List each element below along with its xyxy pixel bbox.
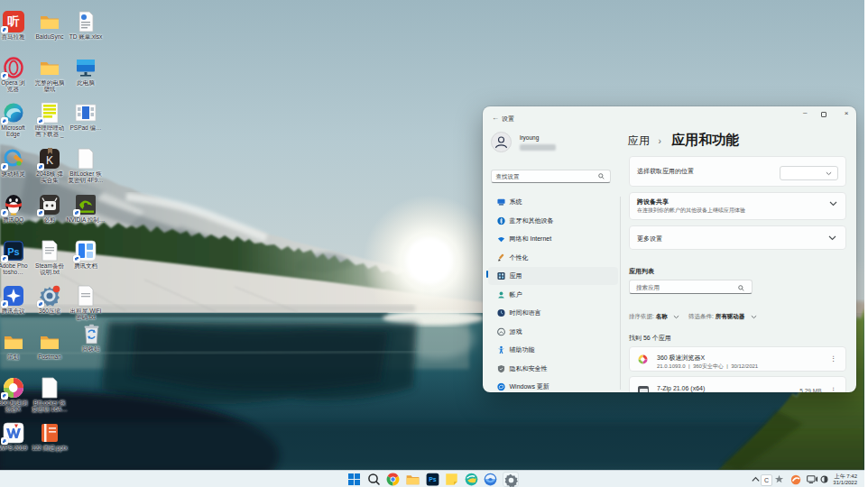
svg-text:K: K — [46, 154, 53, 167]
svg-text:Ps: Ps — [7, 245, 19, 256]
svg-text:Ps: Ps — [429, 476, 437, 482]
